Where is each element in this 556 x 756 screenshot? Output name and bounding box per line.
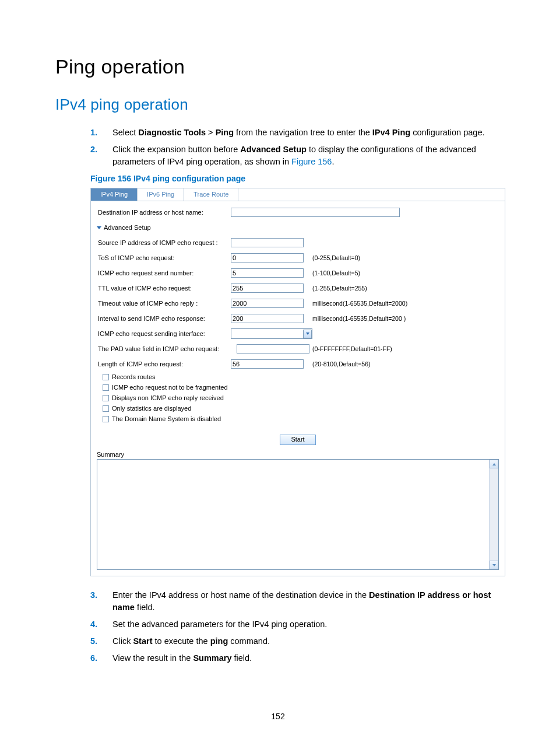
figure-link[interactable]: Figure 156 bbox=[291, 157, 332, 166]
sendnum-label: ICMP echo request send number: bbox=[97, 270, 231, 276]
tos-input[interactable] bbox=[231, 253, 304, 262]
src-input[interactable] bbox=[231, 238, 304, 247]
advanced-setup-toggle[interactable]: Advanced Setup bbox=[97, 224, 151, 231]
start-button[interactable]: Start bbox=[280, 435, 315, 445]
text: command. bbox=[228, 636, 270, 646]
tab-ipv4-ping[interactable]: IPv4 Ping bbox=[91, 188, 138, 201]
iface-label: ICMP echo request sending interface: bbox=[97, 330, 231, 337]
text: configuration page. bbox=[410, 128, 484, 137]
text: Enter the IPv4 address or host name of t… bbox=[112, 590, 369, 600]
summary-output bbox=[97, 459, 499, 570]
ttl-label: TTL value of ICMP echo request: bbox=[97, 285, 231, 292]
text: from the navigation tree to enter the bbox=[234, 128, 372, 137]
sendnum-input[interactable] bbox=[231, 268, 304, 278]
length-hint: (20-8100,Default=56) bbox=[312, 360, 371, 368]
chevron-down-icon bbox=[97, 226, 101, 229]
bold: Diagnostic Tools bbox=[138, 128, 206, 137]
tos-label: ToS of ICMP echo request: bbox=[97, 254, 231, 261]
summary-label: Summary bbox=[97, 449, 499, 459]
step-list-top: Select Diagnostic Tools > Ping from the … bbox=[90, 127, 501, 168]
checkbox-no-fragment[interactable] bbox=[103, 384, 109, 391]
text: Select bbox=[112, 128, 138, 137]
section-title: IPv4 ping operation bbox=[55, 96, 501, 114]
timeout-label: Timeout value of ICMP echo reply : bbox=[97, 300, 231, 307]
checkbox-records-routes[interactable] bbox=[103, 374, 109, 380]
chevron-down-icon bbox=[303, 330, 312, 338]
scroll-down-icon[interactable] bbox=[490, 561, 498, 569]
tab-bar: IPv4 Ping IPv6 Ping Trace Route bbox=[91, 188, 505, 201]
text: field. bbox=[135, 603, 155, 612]
step-3: Enter the IPv4 address or host name of t… bbox=[90, 589, 501, 614]
step-list-bottom: Enter the IPv4 address or host name of t… bbox=[90, 589, 501, 664]
length-input[interactable] bbox=[231, 359, 304, 369]
pad-input[interactable] bbox=[237, 344, 309, 354]
text: . bbox=[332, 157, 334, 166]
text: View the result in the bbox=[112, 653, 193, 663]
ttl-hint: (1-255,Default=255) bbox=[312, 285, 367, 292]
ttl-input[interactable] bbox=[231, 284, 304, 293]
page-number: 152 bbox=[0, 712, 556, 721]
timeout-hint: millisecond(1-65535,Default=2000) bbox=[312, 300, 407, 307]
step-5: Click Start to execute the ping command. bbox=[90, 635, 501, 648]
text: > bbox=[206, 128, 216, 137]
tos-hint: (0-255,Default=0) bbox=[312, 254, 360, 261]
figure-caption: Figure 156 IPv4 ping configuration page bbox=[90, 174, 501, 183]
check-label: Displays non ICMP echo reply received bbox=[112, 394, 224, 401]
src-label: Source IP address of ICMP echo request : bbox=[97, 239, 231, 246]
advanced-label: Advanced Setup bbox=[104, 224, 151, 231]
bold: Advanced Setup bbox=[240, 145, 307, 154]
pad-label: The PAD value field in ICMP echo request… bbox=[97, 345, 237, 352]
dest-input[interactable] bbox=[231, 208, 400, 217]
length-label: Length of ICMP echo request: bbox=[97, 360, 231, 368]
interval-hint: millisecond(1-65535,Default=200 ) bbox=[312, 315, 406, 322]
iface-select[interactable] bbox=[231, 328, 312, 339]
step-4: Set the advanced parameters for the IPv4… bbox=[90, 618, 501, 631]
check-label: Records routes bbox=[112, 373, 156, 380]
form-area: Destination IP address or host name: Adv… bbox=[91, 201, 505, 576]
bold: IPv4 Ping bbox=[372, 128, 410, 137]
tab-ipv6-ping[interactable]: IPv6 Ping bbox=[138, 188, 184, 201]
timeout-input[interactable] bbox=[231, 299, 304, 308]
bold: Summary bbox=[193, 653, 231, 663]
tab-trace-route[interactable]: Trace Route bbox=[184, 188, 238, 201]
scrollbar[interactable] bbox=[489, 460, 498, 569]
bold: Start bbox=[133, 636, 152, 646]
bold: Ping bbox=[216, 128, 234, 137]
step-6: View the result in the Summary field. bbox=[90, 652, 501, 664]
interval-label: Interval to send ICMP echo response: bbox=[97, 315, 231, 322]
dest-label: Destination IP address or host name: bbox=[97, 209, 231, 216]
text: Click bbox=[112, 636, 133, 646]
scroll-up-icon[interactable] bbox=[490, 460, 498, 468]
check-label: Only statistics are displayed bbox=[112, 405, 191, 412]
ping-config-panel: IPv4 Ping IPv6 Ping Trace Route Destinat… bbox=[90, 188, 505, 576]
step-1: Select Diagnostic Tools > Ping from the … bbox=[90, 127, 501, 139]
pad-hint: (0-FFFFFFFF,Default=01-FF) bbox=[312, 345, 392, 352]
bold: ping bbox=[210, 636, 228, 646]
checkbox-only-stats[interactable] bbox=[103, 405, 109, 412]
text: field. bbox=[231, 653, 252, 663]
interval-input[interactable] bbox=[231, 314, 304, 323]
text: to execute the bbox=[153, 636, 210, 646]
checkbox-display-non-icmp[interactable] bbox=[103, 395, 109, 401]
text: Click the expansion button before bbox=[112, 145, 240, 154]
step-2: Click the expansion button before Advanc… bbox=[90, 144, 501, 168]
page-title: Ping operation bbox=[55, 55, 501, 78]
check-label: The Domain Name System is disabled bbox=[112, 415, 221, 422]
sendnum-hint: (1-100,Default=5) bbox=[312, 270, 360, 276]
checkbox-dns-disabled[interactable] bbox=[103, 416, 109, 422]
check-label: ICMP echo request not to be fragmented bbox=[112, 384, 228, 391]
